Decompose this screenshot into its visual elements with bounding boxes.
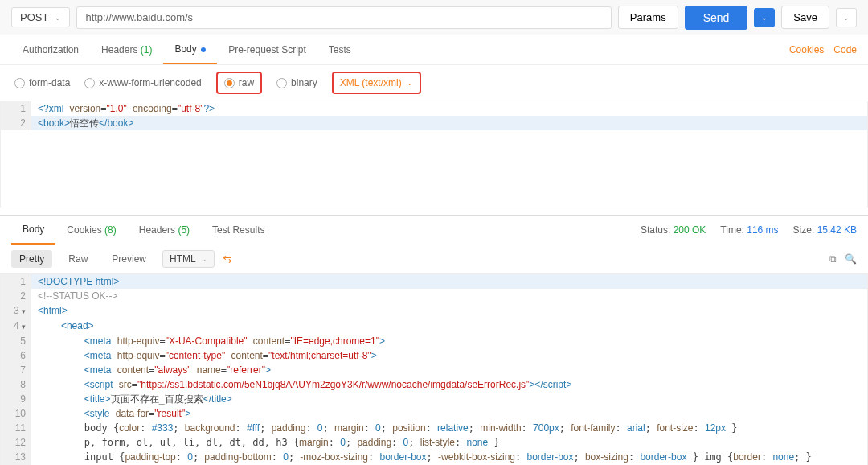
- code-line[interactable]: input {padding-top: 0; padding-bottom: 0…: [31, 450, 867, 464]
- gutter: 8: [1, 377, 31, 392]
- params-button[interactable]: Params: [618, 6, 678, 29]
- response-tabs: Body Cookies (8) Headers (5) Test Result…: [0, 215, 868, 245]
- radio-icon: [14, 78, 25, 88]
- code-row: 8 <script src="https://ss1.bdstatic.com/…: [1, 377, 867, 392]
- size: Size: 15.42 KB: [793, 224, 857, 236]
- contenttype-highlight: XML (text/xml) ⌄: [332, 72, 421, 94]
- tab-body-label: Body: [174, 43, 196, 55]
- response-view-bar: Pretty Raw Preview HTML ⌄ ⇆ ⧉ 🔍: [0, 245, 868, 274]
- radio-binary[interactable]: binary: [276, 77, 317, 88]
- response-body-editor[interactable]: 1<!DOCTYPE html>2<!--STATUS OK-->3 ▾<htm…: [0, 274, 868, 465]
- method-label: POST: [20, 11, 48, 23]
- code-line[interactable]: <script src="https://ss1.bdstatic.com/5e…: [31, 377, 867, 392]
- wrap-lines-icon[interactable]: ⇆: [223, 253, 232, 265]
- code-row: 10 <style data-for="result">: [1, 406, 867, 421]
- response-action-icons: ⧉ 🔍: [829, 253, 857, 265]
- resp-tab-cookies[interactable]: Cookies (8): [55, 216, 127, 244]
- cookies-link[interactable]: Cookies: [789, 44, 824, 56]
- search-icon[interactable]: 🔍: [845, 253, 857, 265]
- gutter: 10: [1, 406, 31, 421]
- code-line[interactable]: <meta http-equiv="content-type" content=…: [31, 348, 867, 363]
- method-dropdown[interactable]: POST ⌄: [11, 7, 70, 27]
- chevron-down-icon: ⌄: [761, 14, 768, 22]
- format-label: HTML: [170, 253, 196, 265]
- code-line[interactable]: <html>: [31, 303, 867, 319]
- resp-tab-headers[interactable]: Headers (5): [128, 216, 201, 244]
- gutter: 6: [1, 348, 31, 363]
- format-dropdown[interactable]: HTML ⌄: [162, 250, 215, 268]
- code-row: 1<!DOCTYPE html>: [1, 274, 867, 289]
- code-row: 13 input {padding-top: 0; padding-bottom…: [1, 450, 867, 464]
- request-body-editor[interactable]: 1 <?xml version="1.0" encoding="utf-8"?>…: [0, 101, 868, 208]
- chevron-down-icon: ⌄: [55, 14, 61, 22]
- tab-tests[interactable]: Tests: [317, 36, 362, 64]
- modified-dot-icon: [201, 47, 206, 52]
- tab-body[interactable]: Body: [163, 35, 217, 64]
- copy-icon[interactable]: ⧉: [829, 253, 837, 265]
- content-type-dropdown[interactable]: XML (text/xml) ⌄: [340, 77, 413, 88]
- code-line[interactable]: <style data-for="result">: [31, 406, 867, 421]
- code-line[interactable]: <?xml version="1.0" encoding="utf-8"?>: [31, 101, 867, 116]
- code-line[interactable]: <title>页面不存在_百度搜索</title>: [31, 392, 867, 406]
- body-type-options: form-data x-www-form-urlencoded raw bina…: [0, 65, 868, 101]
- resp-tab-cookies-label: Cookies: [67, 224, 101, 236]
- code-line[interactable]: body {color: #333; background: #fff; pad…: [31, 421, 867, 435]
- view-pretty[interactable]: Pretty: [11, 250, 52, 268]
- code-row: 6 <meta http-equiv="content-type" conten…: [1, 348, 867, 363]
- radio-formdata-label: form-data: [29, 77, 70, 88]
- code-line[interactable]: p, form, ol, ul, li, dl, dt, dd, h3 {mar…: [31, 435, 867, 450]
- send-button[interactable]: Send: [685, 6, 748, 30]
- code-row: 4 ▾ <head>: [1, 319, 867, 334]
- gutter: 3 ▾: [1, 303, 31, 319]
- code-line[interactable]: <!DOCTYPE html>: [31, 274, 867, 289]
- gutter: 9: [1, 392, 31, 406]
- radio-formdata[interactable]: form-data: [14, 77, 70, 88]
- code-row: 11 body {color: #333; background: #fff; …: [1, 421, 867, 435]
- code-row: 12 p, form, ol, ul, li, dl, dt, dd, h3 {…: [1, 435, 867, 450]
- save-button[interactable]: Save: [781, 6, 829, 29]
- response-meta: Status: 200 OK Time: 116 ms Size: 15.42 …: [641, 224, 857, 236]
- view-raw[interactable]: Raw: [60, 250, 96, 268]
- resp-tab-body[interactable]: Body: [11, 216, 55, 245]
- code-line[interactable]: <meta content="always" name="referrer">: [31, 363, 867, 377]
- request-toolbar: POST ⌄ Params Send ⌄ Save ⌄: [0, 0, 868, 35]
- gutter: 2: [1, 116, 31, 130]
- radio-raw[interactable]: raw: [224, 77, 254, 88]
- view-preview[interactable]: Preview: [104, 250, 154, 268]
- save-dropdown[interactable]: ⌄: [836, 8, 857, 27]
- tab-prerequest[interactable]: Pre-request Script: [217, 36, 317, 64]
- resp-tab-headers-count: (5): [178, 224, 190, 236]
- tab-authorization[interactable]: Authorization: [11, 36, 90, 64]
- raw-highlight: raw: [216, 72, 262, 94]
- resp-tab-headers-label: Headers: [139, 224, 175, 236]
- radio-urlencoded[interactable]: x-www-form-urlencoded: [84, 77, 201, 88]
- time: Time: 116 ms: [720, 224, 778, 236]
- resp-tab-tests[interactable]: Test Results: [201, 216, 276, 244]
- gutter: 12: [1, 435, 31, 450]
- gutter: 1: [1, 101, 31, 116]
- radio-icon: [276, 78, 287, 88]
- code-line[interactable]: <!--STATUS OK-->: [31, 289, 867, 303]
- chevron-down-icon: ⌄: [843, 14, 850, 22]
- content-type-label: XML (text/xml): [340, 77, 402, 88]
- gutter: 4 ▾: [1, 319, 31, 334]
- code-line[interactable]: <head>: [31, 319, 867, 334]
- editor-padding: [1, 130, 867, 208]
- tab-headers-label: Headers: [101, 44, 137, 56]
- code-line[interactable]: <book>悟空传</book>: [31, 116, 867, 130]
- gutter: 2: [1, 289, 31, 303]
- code-line[interactable]: <meta http-equiv="X-UA-Compatible" conte…: [31, 334, 867, 348]
- url-input[interactable]: [76, 6, 611, 29]
- gutter: 1: [1, 274, 31, 289]
- code-row: 7 <meta content="always" name="referrer"…: [1, 363, 867, 377]
- radio-icon: [84, 78, 95, 88]
- code-row: 9 <title>页面不存在_百度搜索</title>: [1, 392, 867, 406]
- send-dropdown[interactable]: ⌄: [754, 8, 775, 27]
- gutter: 5: [1, 334, 31, 348]
- code-link[interactable]: Code: [833, 44, 857, 56]
- tab-headers-count: (1): [141, 44, 153, 56]
- tab-headers[interactable]: Headers (1): [90, 36, 163, 64]
- status: Status: 200 OK: [641, 224, 706, 236]
- gutter: 13: [1, 450, 31, 464]
- code-row: 3 ▾<html>: [1, 303, 867, 319]
